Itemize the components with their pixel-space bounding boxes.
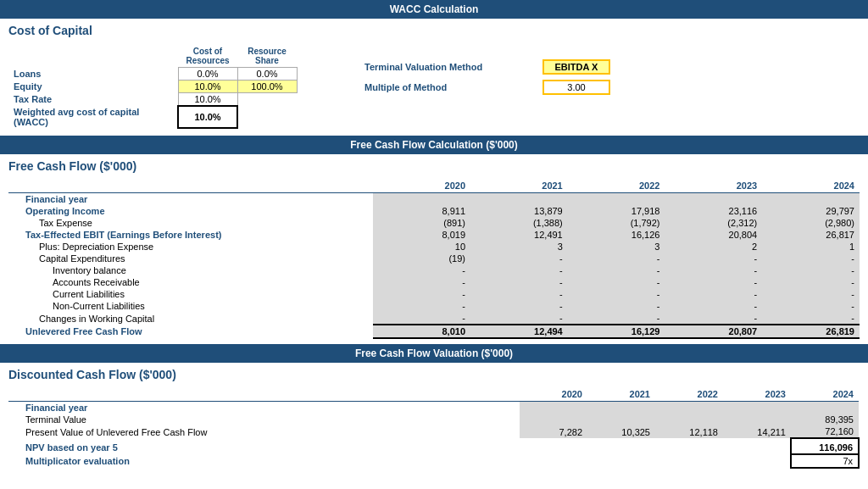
- fcf-wc-2022: -: [568, 312, 665, 325]
- fcf-cl-2020: -: [373, 288, 470, 300]
- fcf-ncl-2021: -: [470, 300, 568, 312]
- dcf-fy-2020: [520, 402, 587, 414]
- dcf-terminal-value-row: Terminal Value 89,395: [8, 414, 859, 425]
- wacc-title-text: WACC Calculation: [390, 3, 479, 15]
- dcf-tv-2024: 89,395: [791, 414, 859, 425]
- terminal-valuation-value[interactable]: EBITDA X: [542, 59, 610, 75]
- fcf-tax-expense-label: Tax Expense: [8, 217, 373, 229]
- wacc-row-loans: Loans 0.0% 0.0%: [8, 68, 297, 81]
- wacc-right-panel: Terminal Valuation Method EBITDA X Multi…: [364, 59, 610, 95]
- dcf-tv-2022: [655, 414, 723, 425]
- fcf-calc-title-text: Free Cash Flow Calculation ($'000): [350, 139, 518, 151]
- fcf-cl-row: Current Liabilities - - - - -: [8, 288, 860, 300]
- wacc-row-equity: Equity 10.0% 100.0%: [8, 81, 297, 93]
- fcf-header-row: 2020 2021 2022 2023 2024: [8, 180, 860, 193]
- dcf-npv-value: 116,096: [791, 438, 859, 454]
- fcf-ebit-2024: 26,817: [762, 229, 860, 241]
- fcf-depreciation-row: Plus: Depreciation Expense 10 3 3 2 1: [8, 241, 860, 253]
- dcf-pv-2024: 72,160: [791, 425, 859, 438]
- fcf-wc-2021: -: [470, 312, 568, 325]
- fcf-fy-2021: [470, 193, 568, 206]
- wacc-tax-label: Tax Rate: [8, 93, 178, 107]
- fcf-dep-2022: 3: [568, 241, 665, 253]
- dcf-fy-2023: [723, 402, 791, 414]
- fcf-capex-2021: -: [470, 253, 568, 264]
- fcf-operating-income-row: Operating Income 8,911 13,879 17,918 23,…: [8, 205, 860, 217]
- wacc-col-header-1: Cost of Resources: [178, 46, 237, 68]
- fcf-ebit-2020: 8,019: [373, 229, 470, 241]
- dcf-section-title: Discounted Cash Flow ($'000): [0, 363, 868, 383]
- dcf-year-2022: 2022: [655, 388, 723, 402]
- fcf-ncl-label: Non-Current Liabilities: [8, 300, 373, 312]
- fcf-table: 2020 2021 2022 2023 2024 Financial year …: [8, 180, 860, 339]
- dcf-pv-2022: 12,118: [655, 425, 723, 438]
- dcf-year-2024: 2024: [791, 388, 859, 402]
- fcf-ulfcf-2024: 26,819: [762, 325, 860, 338]
- cost-of-capital-title: Cost of Capital: [0, 19, 868, 39]
- dcf-year-2023: 2023: [723, 388, 791, 402]
- fcf-cl-2024: -: [762, 288, 860, 300]
- wacc-left-panel: Cost of Resources Resource Share Loans 0…: [8, 42, 331, 129]
- dcf-pv-2023: 14,211: [723, 425, 791, 438]
- fcf-year-2024: 2024: [762, 180, 860, 193]
- fcf-year-2023: 2023: [665, 180, 762, 193]
- fcf-tax-expense-row: Tax Expense (891) (1,388) (1,792) (2,312…: [8, 217, 860, 229]
- dcf-npv-label: NPV based on year 5: [8, 438, 520, 454]
- wacc-tax-value[interactable]: 10.0%: [178, 93, 237, 107]
- wacc-loans-cost[interactable]: 0.0%: [178, 68, 237, 81]
- fcf-inv-2021: -: [470, 264, 568, 276]
- wacc-wacc-value[interactable]: 10.0%: [178, 106, 237, 128]
- fcf-inv-2020: -: [373, 264, 470, 276]
- fcf-ncl-2020: -: [373, 300, 470, 312]
- fcf-operating-income-label: Operating Income: [8, 205, 373, 217]
- dcf-fy-2021: [587, 402, 655, 414]
- fcf-section-title: Free Cash Flow ($'000): [0, 154, 868, 175]
- dcf-header-row: 2020 2021 2022 2023 2024: [8, 388, 859, 402]
- wacc-loans-label: Loans: [8, 68, 178, 81]
- fcf-capex-2024: -: [762, 253, 860, 264]
- val-section: 2020 2021 2022 2023 2024 Financial year …: [0, 383, 868, 475]
- fcf-ebit-label: Tax-Effected EBIT (Earnings Before Inter…: [8, 229, 373, 241]
- dcf-mult-value: 7x: [791, 454, 859, 468]
- fcf-ar-2022: -: [568, 276, 665, 288]
- terminal-valuation-row: Terminal Valuation Method EBITDA X: [364, 59, 610, 75]
- multiple-method-row: Multiple of Method 3.00: [364, 80, 610, 95]
- wacc-equity-label: Equity: [8, 81, 178, 93]
- fcf-year-2020: 2020: [373, 180, 470, 193]
- wacc-row-tax: Tax Rate 10.0%: [8, 93, 297, 107]
- fcf-fy-2023: [665, 193, 762, 206]
- fcf-financial-year-label: Financial year: [8, 193, 373, 206]
- fcf-oi-2024: 29,797: [762, 205, 860, 217]
- dcf-tv-2020: [520, 414, 587, 425]
- fcf-inv-2022: -: [568, 264, 665, 276]
- wacc-row-wacc: Weighted avg cost of capital (WACC) 10.0…: [8, 106, 297, 128]
- fcf-ncl-2023: -: [665, 300, 762, 312]
- dcf-mult-row: Multiplicator evaluation 7x: [8, 454, 859, 468]
- dcf-npv-row: NPV based on year 5 116,096: [8, 438, 859, 454]
- wacc-grid: Cost of Resources Resource Share Loans 0…: [8, 42, 860, 129]
- fcf-depreciation-label: Plus: Depreciation Expense: [8, 241, 373, 253]
- fcf-capex-2023: -: [665, 253, 762, 264]
- dcf-fy-2022: [655, 402, 723, 414]
- wacc-equity-share[interactable]: 100.0%: [237, 81, 297, 93]
- fcf-fy-2024: [762, 193, 860, 206]
- fcf-cl-label: Current Liabilities: [8, 288, 373, 300]
- fcf-section: 2020 2021 2022 2023 2024 Financial year …: [0, 175, 868, 344]
- fcf-dep-2021: 3: [470, 241, 568, 253]
- fcf-ulfcf-2022: 16,129: [568, 325, 665, 338]
- multiple-method-value[interactable]: 3.00: [542, 80, 610, 95]
- fcf-cl-2021: -: [470, 288, 568, 300]
- fcf-dep-2024: 1: [762, 241, 860, 253]
- terminal-valuation-label: Terminal Valuation Method: [364, 62, 534, 72]
- wacc-equity-cost[interactable]: 10.0%: [178, 81, 237, 93]
- fcf-cl-2023: -: [665, 288, 762, 300]
- wacc-loans-share[interactable]: 0.0%: [237, 68, 297, 81]
- fcf-ulfcf-label: Unlevered Free Cash Flow: [8, 325, 373, 338]
- fcf-cl-2022: -: [568, 288, 665, 300]
- dcf-tv-2021: [587, 414, 655, 425]
- fcf-financial-year-row: Financial year: [8, 193, 860, 206]
- fcf-val-header: Free Cash Flow Valuation ($'000): [0, 344, 868, 363]
- fcf-ar-label: Accounts Receivable: [8, 276, 373, 288]
- fcf-te-2023: (2,312): [665, 217, 762, 229]
- dcf-fy-label: Financial year: [8, 402, 520, 414]
